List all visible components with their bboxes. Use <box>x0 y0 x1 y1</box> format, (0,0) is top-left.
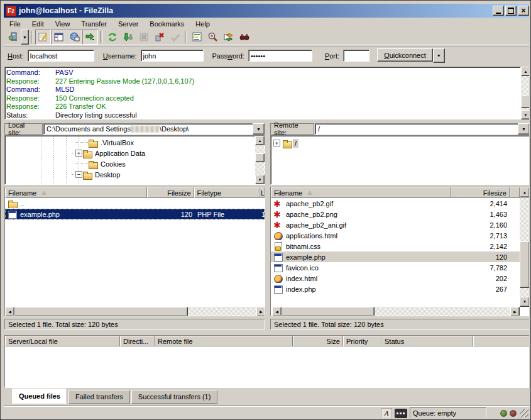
close-button[interactable]: × <box>518 6 529 16</box>
column-header-lastmodified[interactable]: L <box>260 187 265 198</box>
speed-limit-icon[interactable] <box>395 409 407 418</box>
local-tree-scrollbar[interactable]: ▲ ▼ <box>255 136 265 184</box>
username-input[interactable] <box>141 50 204 62</box>
filter-button[interactable] <box>189 30 205 45</box>
remote-list-vscrollbar[interactable]: ▲ ▼ <box>520 187 530 307</box>
minimize-button[interactable] <box>493 6 504 16</box>
toggle-transfer-queue-icon <box>85 32 96 42</box>
sync-browse-button[interactable] <box>221 30 236 45</box>
minimize-icon <box>496 13 501 14</box>
refresh-button[interactable] <box>104 30 120 45</box>
column-header-priority[interactable]: Priority <box>343 336 381 346</box>
tab-failed-transfers[interactable]: Failed transfers <box>68 390 130 404</box>
column-header-filename[interactable]: Filename <box>271 187 451 198</box>
menu-view[interactable]: View <box>50 19 76 29</box>
quickconnect-dropdown[interactable]: ▼ <box>433 48 445 63</box>
file-row-index.php[interactable]: index.php 267 <box>271 284 530 294</box>
password-input[interactable] <box>248 50 312 62</box>
site-manager-button[interactable] <box>5 30 21 45</box>
file-row-example.php[interactable]: example.php 120 <box>271 251 530 262</box>
local-list-hscrollbar[interactable]: ◀ ▶ <box>5 307 265 316</box>
find-button[interactable] <box>236 30 252 45</box>
titlebar[interactable]: Fz john@localhost - FileZilla × <box>4 4 531 18</box>
toggle-transfer-queue-button[interactable] <box>82 30 98 45</box>
file-row-apache-pb2-ani.gif[interactable]: apache_pb2_ani.gif 2,160 <box>271 219 530 230</box>
scroll-up-button[interactable]: ▲ <box>520 187 530 197</box>
column-header-filename[interactable]: Filename <box>5 187 147 198</box>
scroll-up-button[interactable]: ▲ <box>521 67 530 76</box>
scroll-thumb[interactable] <box>282 307 375 316</box>
maximize-button[interactable] <box>505 6 517 16</box>
file-row-favicon.ico[interactable]: favicon.ico 7,782 <box>271 262 530 273</box>
cancel-button[interactable] <box>136 30 151 45</box>
tab-successful-transfers-1-[interactable]: Successful transfers (1) <box>131 390 218 404</box>
column-header-direction[interactable]: Directi... <box>120 336 155 346</box>
scroll-thumb[interactable] <box>521 96 530 108</box>
expand-icon[interactable]: + <box>273 140 280 146</box>
toggle-local-tree-button[interactable] <box>51 30 67 45</box>
menu-file[interactable]: File <box>4 19 26 29</box>
tree-item-root[interactable]: + / <box>273 138 530 148</box>
file-row-apache-pb2.png[interactable]: apache_pb2.png 1,463 <box>271 209 530 219</box>
column-header-filesize[interactable]: Filesize <box>451 187 510 198</box>
tab-queued-files[interactable]: Queued files <box>12 389 67 404</box>
column-header-filesize[interactable]: Filesize <box>147 187 194 198</box>
tree-item-application-data[interactable]: + Application Data <box>5 148 265 158</box>
transfer-type-icon[interactable]: A <box>381 408 392 419</box>
menu-help[interactable]: Help <box>190 19 216 29</box>
column-header-filetype[interactable]: Filetype <box>194 187 260 198</box>
remote-site-combo[interactable]: / ▼ <box>315 123 530 135</box>
remote-site-dropdown[interactable]: ▼ <box>518 123 530 135</box>
scroll-right-button[interactable]: ▶ <box>256 307 265 316</box>
local-site-combo[interactable]: C:\Documents and Settings\Desktop\ ▼ <box>43 123 265 135</box>
column-header-status[interactable]: Status <box>381 336 473 346</box>
collapse-icon[interactable]: − <box>75 171 82 178</box>
file-row-example.php[interactable]: example.php 120 PHP File 1 <box>5 209 265 219</box>
scroll-thumb[interactable] <box>14 307 188 316</box>
file-row-apache-pb2.gif[interactable]: apache_pb2.gif 2,414 <box>271 198 530 209</box>
compare-button[interactable] <box>205 30 221 45</box>
menu-bookmarks[interactable]: Bookmarks <box>144 19 190 29</box>
column-header-remote-file[interactable]: Remote file <box>155 336 293 346</box>
file-row-applications.html[interactable]: applications.html 2,713 <box>271 230 530 241</box>
remote-list-hscrollbar[interactable]: ◀ ▶ <box>271 307 520 316</box>
tree-item--virtualbox[interactable]: .VirtualBox <box>5 137 265 148</box>
port-input[interactable] <box>343 50 370 62</box>
menu-server[interactable]: Server <box>112 19 144 29</box>
tree-item-desktop[interactable]: − Desktop <box>5 169 265 180</box>
log-line: Command: MLSD <box>6 86 520 94</box>
scroll-down-button[interactable]: ▼ <box>255 175 265 184</box>
column-header-local-file[interactable]: Server/Local file <box>5 336 120 346</box>
port-label: Port: <box>325 52 339 60</box>
menu-edit[interactable]: Edit <box>26 19 50 29</box>
host-input[interactable] <box>28 50 94 62</box>
scroll-down-button[interactable]: ▼ <box>521 110 530 119</box>
process-queue-button[interactable] <box>120 30 136 45</box>
file-row-bitnami.css[interactable]: bitnami.css 2,142 <box>271 241 530 251</box>
scroll-thumb[interactable] <box>255 153 265 162</box>
scroll-thumb[interactable] <box>520 241 530 288</box>
scroll-left-button[interactable]: ◀ <box>272 307 282 316</box>
tree-item-cookies[interactable]: Cookies <box>5 158 265 169</box>
disconnect-button[interactable] <box>151 30 167 45</box>
disconnect-icon <box>155 32 165 42</box>
expand-icon[interactable]: + <box>75 150 82 157</box>
quickconnect-button[interactable]: Quickconnect <box>377 48 433 62</box>
menu-transfer[interactable]: Transfer <box>75 19 112 29</box>
process-queue-icon <box>123 32 133 42</box>
resize-grip[interactable] <box>520 409 528 417</box>
site-manager-dropdown[interactable]: ▼ <box>21 30 29 45</box>
toggle-message-log-button[interactable] <box>35 30 51 45</box>
file-row-index.html[interactable]: index.html 202 <box>271 273 530 284</box>
scroll-right-button[interactable]: ▶ <box>510 307 520 316</box>
column-header-size[interactable]: Size <box>293 336 343 346</box>
file-row-..[interactable]: .. <box>5 198 265 209</box>
redacted-username <box>131 126 160 133</box>
scroll-up-button[interactable]: ▲ <box>255 136 265 145</box>
local-site-dropdown[interactable]: ▼ <box>253 123 265 135</box>
reconnect-button[interactable] <box>167 30 183 45</box>
scroll-left-button[interactable]: ◀ <box>5 307 14 316</box>
scroll-down-button[interactable]: ▼ <box>520 297 530 307</box>
log-scrollbar[interactable]: ▲ ▼ <box>521 67 530 119</box>
toggle-remote-tree-button[interactable] <box>67 30 82 45</box>
